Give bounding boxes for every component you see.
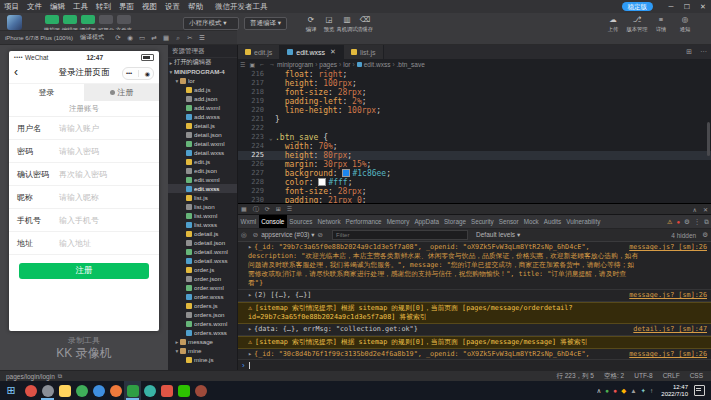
breadcrumb-nav-icon[interactable]: ← bbox=[257, 61, 267, 68]
breadcrumb-nav-icon[interactable]: → bbox=[267, 61, 277, 68]
target-icon[interactable]: ◉ bbox=[145, 70, 150, 77]
tree-item-list.wxss[interactable]: list.wxss bbox=[168, 220, 237, 229]
menu-item[interactable]: 帮助 bbox=[184, 2, 207, 12]
console-log-row[interactable]: ▸(2) [{…}, {…}]message.js? [sm]:26 bbox=[238, 290, 711, 302]
debugger-toolbar-icon[interactable]: ☰ bbox=[284, 205, 295, 214]
current-page-path[interactable]: pages/login/login bbox=[6, 373, 55, 380]
sim-control-icon[interactable]: ⇄ bbox=[148, 34, 160, 42]
action-预览[interactable]: ◲预览 bbox=[320, 15, 338, 34]
clear-console-icon[interactable]: ⊘ bbox=[250, 231, 261, 239]
debugger-toolbar-icon[interactable]: ▦ bbox=[238, 205, 250, 214]
console-settings-icon[interactable]: ⚙ bbox=[699, 231, 711, 239]
field-input[interactable]: 输入手机号 bbox=[59, 215, 99, 226]
tree-item-detail.wxml[interactable]: detail.wxml bbox=[168, 139, 237, 148]
devtools-tab-vulnerability[interactable]: Vulnerability bbox=[564, 215, 603, 228]
devtools-tab-mock[interactable]: Mock bbox=[521, 215, 541, 228]
field-input[interactable]: 请输入昵称 bbox=[59, 192, 99, 203]
register-button[interactable]: 注册 bbox=[19, 263, 149, 279]
tree-item-add.js[interactable]: add.js bbox=[168, 85, 237, 94]
console-log-row[interactable]: ▸{data: {…}, errMsg: "collection.get:ok"… bbox=[238, 324, 711, 336]
devtools-tab-memory[interactable]: Memory bbox=[384, 215, 412, 228]
search-app-icon[interactable] bbox=[107, 381, 124, 400]
breadcrumb-item[interactable]: edit.wxss bbox=[357, 61, 391, 68]
sim-control-icon[interactable]: ⟳ bbox=[112, 34, 124, 42]
tree-item-order.js[interactable]: order.js bbox=[168, 265, 237, 274]
tree-item-lor[interactable]: ▾lor bbox=[168, 76, 237, 85]
tree-item-odetail.js[interactable]: odetail.js bbox=[168, 229, 237, 238]
sim-control-icon[interactable]: ☰ bbox=[196, 34, 208, 42]
field-input[interactable]: 再次输入密码 bbox=[59, 169, 107, 180]
compile-dropdown[interactable]: 普通编译 ▾ bbox=[244, 17, 287, 30]
tree-item-orders.json[interactable]: orders.json bbox=[168, 310, 237, 319]
tree-item-edit.js[interactable]: edit.js bbox=[168, 157, 237, 166]
tray-icon[interactable]: ● bbox=[603, 387, 611, 394]
tree-item-add.wxml[interactable]: add.wxml bbox=[168, 103, 237, 112]
filter-input[interactable] bbox=[332, 230, 468, 240]
action-版本管理[interactable]: ⎇版本管理 bbox=[625, 15, 649, 34]
green-app-icon[interactable] bbox=[73, 381, 90, 400]
menu-item[interactable]: 界面 bbox=[115, 2, 138, 12]
sim-control-icon[interactable]: ◉ bbox=[124, 34, 136, 42]
tray-icon[interactable]: ↑ bbox=[648, 387, 655, 394]
tray-icon[interactable]: ✦ bbox=[639, 387, 648, 395]
debugger-toolbar-icon[interactable]: ⓘ bbox=[250, 205, 262, 214]
blue-app-icon[interactable] bbox=[90, 381, 107, 400]
wechat-icon[interactable] bbox=[175, 381, 192, 400]
tree-item-odetail.json[interactable]: odetail.json bbox=[168, 238, 237, 247]
editor-tab-edit.js[interactable]: edit.js bbox=[238, 45, 280, 59]
source-link[interactable]: message.js? [sm]:26 bbox=[629, 291, 707, 300]
tree-item-message[interactable]: ▸message bbox=[168, 337, 237, 346]
open-editors-row[interactable]: ▸打开的编辑器 bbox=[168, 58, 237, 67]
action-center-icon[interactable] bbox=[694, 385, 705, 396]
action-通知[interactable]: ◎通知 bbox=[673, 15, 697, 34]
menu-item[interactable]: 工具 bbox=[69, 2, 92, 12]
tree-item-edit.json[interactable]: edit.json bbox=[168, 166, 237, 175]
field-input[interactable]: 请输入账户 bbox=[59, 123, 99, 134]
console-output[interactable]: ▸{_id: "29b7c3a65f0e88b2024a9c1d3e5f7a08… bbox=[238, 242, 711, 359]
devtools-tab-security[interactable]: Security bbox=[468, 215, 496, 228]
field-input[interactable]: 请输入密码 bbox=[59, 146, 99, 157]
tray-icon[interactable]: ∧ bbox=[595, 387, 604, 395]
status-segment[interactable]: UTF-8 bbox=[634, 372, 652, 381]
breadcrumb-item[interactable]: miniprogram bbox=[277, 61, 313, 68]
devtools-tab-appdata[interactable]: AppData bbox=[412, 215, 442, 228]
menu-item[interactable]: 设置 bbox=[161, 2, 184, 12]
source-link[interactable]: message.js? [sm]:26 bbox=[629, 350, 707, 359]
tree-item-order.wxml[interactable]: order.wxml bbox=[168, 283, 237, 292]
filter-icon[interactable]: ⊘ bbox=[315, 231, 326, 239]
more-dots-icon[interactable]: ••• bbox=[126, 70, 132, 76]
maximize-button[interactable]: ☐ bbox=[679, 3, 695, 11]
status-segment[interactable]: CSS bbox=[690, 372, 703, 381]
globe-app-icon[interactable] bbox=[141, 381, 158, 400]
action-详情[interactable]: ≡详情 bbox=[649, 15, 673, 34]
devtools-menu-icon[interactable]: ⋮ bbox=[692, 218, 703, 226]
devtools-tab-sensor[interactable]: Sensor bbox=[496, 215, 521, 228]
eye-icon[interactable]: ◎ bbox=[238, 231, 250, 239]
code-editor[interactable]: 216 float: right;217 height: 100rpx;218 … bbox=[238, 70, 711, 203]
tree-item-mine[interactable]: ▾mine bbox=[168, 346, 237, 355]
debugger-collapse-icon[interactable]: ∧ bbox=[690, 206, 700, 213]
sim-control-icon[interactable]: ▦ bbox=[160, 34, 172, 42]
devtools-app-icon[interactable] bbox=[39, 381, 56, 400]
status-segment[interactable]: 行 223，列 5 bbox=[556, 372, 594, 381]
tree-item-list.js[interactable]: list.js bbox=[168, 193, 237, 202]
devtools-tab-performance[interactable]: Performance bbox=[343, 215, 384, 228]
breadcrumb-nav-icon[interactable]: ☰ bbox=[238, 61, 247, 68]
menu-item[interactable]: 编辑 bbox=[46, 2, 69, 12]
menu-item[interactable]: 文件 bbox=[23, 2, 46, 12]
log-levels-dropdown[interactable]: Default levels ▾ bbox=[476, 231, 520, 239]
menu-item[interactable]: 项目 bbox=[0, 2, 23, 12]
breadcrumb-item[interactable]: pages bbox=[319, 61, 337, 68]
maroon-app-icon[interactable] bbox=[192, 381, 209, 400]
tree-item-orders.wxss[interactable]: orders.wxss bbox=[168, 328, 237, 337]
editor-scrollbar[interactable] bbox=[707, 122, 710, 156]
tree-item-add.json[interactable]: add.json bbox=[168, 94, 237, 103]
field-input[interactable]: 输入地址 bbox=[59, 238, 91, 249]
tree-item-detail.wxss[interactable]: detail.wxss bbox=[168, 148, 237, 157]
devtools-menu-icon[interactable]: ⚙ bbox=[682, 218, 692, 226]
breadcrumb-item[interactable]: .btn_save bbox=[397, 61, 425, 68]
debugger-toolbar-icon[interactable]: ⊞ bbox=[273, 205, 284, 214]
sim-control-icon[interactable]: ⌕ bbox=[172, 34, 184, 42]
breadcrumb-nav-icon[interactable]: ▣ bbox=[247, 61, 257, 68]
tree-item-list.json[interactable]: list.json bbox=[168, 202, 237, 211]
